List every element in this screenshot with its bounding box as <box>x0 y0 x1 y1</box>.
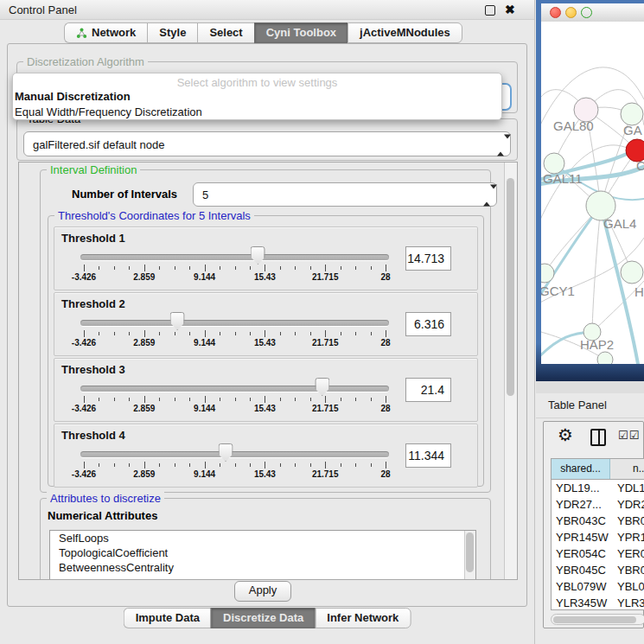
slider-ruler <box>84 462 386 469</box>
network-node-label: GAL11 <box>543 171 583 186</box>
attribute-list[interactable]: SelfLoopsTopologicalCoefficientBetweenne… <box>49 530 476 580</box>
close-icon[interactable]: ✖ <box>505 3 515 16</box>
node-table[interactable]: shared... n... YDL19...YDL1...YDR27...YD… <box>551 458 644 610</box>
table-panel-window: ⚙ ☑☑ shared... n... YDL19...YDL1...YDR27… <box>543 421 644 628</box>
settings-scroll-viewport: Interval Definition Number of Intervals … <box>18 162 518 580</box>
slider-thumb[interactable] <box>170 312 185 330</box>
tab-style[interactable]: Style <box>147 22 197 43</box>
table-row[interactable]: YDR27...YDR2... <box>552 496 644 513</box>
float-window-icon[interactable] <box>485 5 495 16</box>
slider-ruler <box>84 265 386 271</box>
network-node[interactable] <box>621 261 643 284</box>
list-item[interactable]: SelfLoops <box>50 531 475 545</box>
network-view-window: GAL80GACGAL11GAL4GCY1HHAP2 <box>536 0 644 381</box>
threshold-value-field[interactable]: 11.344 <box>405 443 451 468</box>
columns-icon[interactable] <box>590 429 606 446</box>
column-header-shared-name[interactable]: shared... <box>552 459 610 479</box>
slider-thumb[interactable] <box>251 246 265 265</box>
tab-label: Network <box>92 23 136 42</box>
zoom-traffic-light-icon[interactable] <box>581 7 592 18</box>
threshold-value-field[interactable]: 21.4 <box>405 378 451 402</box>
slider-ruler <box>84 330 386 337</box>
gear-icon[interactable]: ⚙ <box>558 424 573 445</box>
tab-label: Style <box>159 23 186 42</box>
threshold-panel: Threshold 4 -3.4262.8599.14415.4321.7152… <box>54 424 478 488</box>
table-data-selected-value: galFiltered.sif default node <box>33 137 164 150</box>
table-row[interactable]: YER054CYER0... <box>552 545 644 562</box>
table-row[interactable]: YBR045CYBR0... <box>552 562 644 578</box>
table-row[interactable]: YPR145WYPR1... <box>552 529 644 545</box>
threshold-panel: Threshold 2 -3.4262.8599.14415.4321.7152… <box>54 292 478 356</box>
control-panel-window: Control Panel ✖ Network Style Select Cyn… <box>0 0 535 644</box>
threshold-panel: Threshold 1 -3.4262.8599.14415.4321.7152… <box>54 226 478 290</box>
table-row[interactable]: YBL079WYBL0... <box>552 578 644 595</box>
tab-select[interactable]: Select <box>197 22 253 43</box>
list-item[interactable]: BetweennessCentrality <box>50 560 475 575</box>
algorithm-dropdown-popup: Select algorithm to view settings Manual… <box>12 73 502 120</box>
show-columns-checkboxes-icon[interactable]: ☑☑ <box>618 429 640 442</box>
slider-scale: -3.4262.8599.14415.4321.71528 <box>84 227 386 290</box>
number-of-intervals-select[interactable]: 5 <box>193 182 497 207</box>
group-title: Discretization Algorithm <box>23 55 148 68</box>
table-header-row: shared... n... <box>552 459 644 480</box>
group-title: Attributes to discretize <box>47 492 164 505</box>
table-body: YDL19...YDL1...YDR27...YDR2...YBR043CYBR… <box>552 480 644 610</box>
threshold-value-field[interactable]: 6.316 <box>405 312 451 336</box>
slider-ruler <box>84 396 386 403</box>
scrollbar-thumb[interactable] <box>466 532 474 572</box>
apply-button[interactable]: Apply <box>234 581 291 602</box>
slider-scale: -3.4262.8599.14415.4321.71528 <box>84 293 386 355</box>
network-canvas-svg[interactable]: GAL80GACGAL11GAL4GCY1HHAP2 <box>541 22 644 364</box>
settings-scrollbar[interactable] <box>504 163 517 579</box>
scrollbar-thumb[interactable] <box>507 178 514 396</box>
tab-jactivemnodules[interactable]: jActiveMNodules <box>348 22 462 43</box>
table-horizontal-scrollbar[interactable] <box>551 614 644 625</box>
slider-thumb[interactable] <box>219 443 233 462</box>
scrollbar-thumb[interactable] <box>553 616 636 623</box>
plugin-tab-bar: Network Style Select Cyni Toolbox jActiv… <box>64 22 462 43</box>
network-node[interactable] <box>597 352 613 364</box>
tab-label: Select <box>209 23 242 42</box>
network-node-label: GCY1 <box>541 284 575 298</box>
tab-impute-data[interactable]: Impute Data <box>124 608 211 628</box>
list-item[interactable]: TopologicalCoefficient <box>50 545 475 560</box>
stepper-icon <box>483 189 491 201</box>
tab-discretize-data[interactable]: Discretize Data <box>211 608 315 628</box>
table-panel-title: Table Panel <box>548 399 607 411</box>
table-row[interactable]: YLR345WYLR3... <box>552 595 644 610</box>
network-canvas[interactable]: GAL80GACGAL11GAL4GCY1HHAP2 <box>541 22 644 364</box>
thresholds-group: Threshold's Coordinates for 5 Intervals … <box>48 215 484 487</box>
table-toolbar: ⚙ ☑☑ <box>544 422 643 450</box>
stepper-icon <box>497 138 505 150</box>
slider-tick-labels: -3.4262.8599.14415.4321.71528 <box>84 404 386 414</box>
list-scrollbar[interactable] <box>464 531 475 580</box>
table-data-select[interactable]: galFiltered.sif default node <box>23 131 511 156</box>
network-window-titlebar <box>541 3 644 22</box>
minimize-traffic-light-icon[interactable] <box>565 7 577 18</box>
group-title: Threshold's Coordinates for 5 Intervals <box>54 209 254 222</box>
dropdown-option-equal-width-frequency[interactable]: Equal Width/Frequency Discretization <box>13 105 501 120</box>
tab-cyni-toolbox[interactable]: Cyni Toolbox <box>254 22 348 43</box>
table-row[interactable]: YBR043CYBR0... <box>552 513 644 529</box>
tab-network[interactable]: Network <box>64 22 147 43</box>
slider-scale: -3.4262.8599.14415.4321.71528 <box>84 424 386 487</box>
column-header-name[interactable]: n... <box>610 459 644 479</box>
slider-scale: -3.4262.8599.14415.4321.71528 <box>84 359 386 421</box>
table-row[interactable]: YDL19...YDL1... <box>552 480 644 496</box>
number-of-intervals-value: 5 <box>202 188 208 201</box>
threshold-value-field[interactable]: 14.713 <box>405 246 451 271</box>
slider-thumb[interactable] <box>315 378 329 396</box>
table-panel-titlebar: Table Panel <box>536 393 644 418</box>
dropdown-option-manual-discretization[interactable]: Manual Discretization <box>13 89 501 105</box>
thresholds-list: Threshold 1 -3.4262.8599.14415.4321.7152… <box>54 226 478 488</box>
tab-infer-network[interactable]: Infer Network <box>315 608 411 628</box>
algorithm-placeholder: Select algorithm to view settings <box>13 76 501 89</box>
close-traffic-light-icon[interactable] <box>550 7 561 18</box>
network-node[interactable] <box>541 264 554 283</box>
number-of-intervals-label: Number of Intervals <box>72 188 177 201</box>
group-title: Interval Definition <box>47 163 140 176</box>
network-node-label: GAL80 <box>553 118 594 133</box>
tab-label: jActiveMNodules <box>360 23 450 42</box>
slider-tick-labels: -3.4262.8599.14415.4321.71528 <box>84 338 386 348</box>
window-gap <box>536 381 644 393</box>
